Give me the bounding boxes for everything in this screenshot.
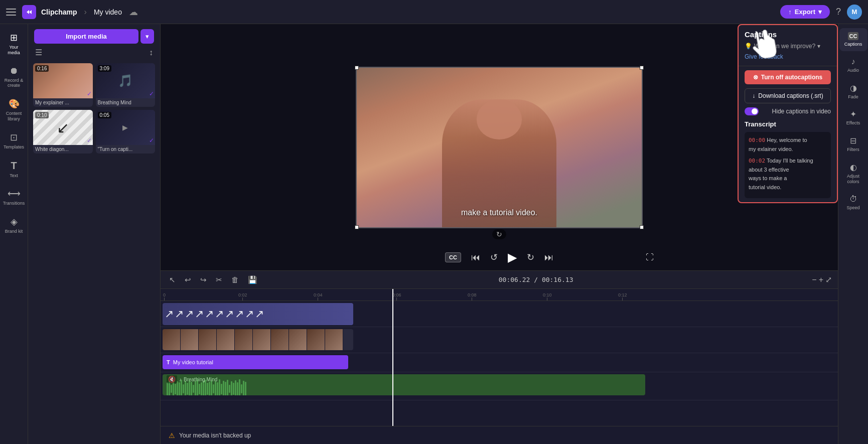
import-dropdown-button[interactable]: ▾ (140, 29, 154, 44)
filter-icon[interactable]: ☰ (35, 48, 42, 57)
redo-button[interactable]: ↪ (198, 274, 209, 286)
media-panel-header: Import media ▾ ☰ ↕ (28, 24, 160, 61)
cc-toggle-button[interactable]: CC (445, 252, 461, 262)
sort-icon[interactable]: ↕ (149, 48, 153, 57)
turn-off-autocaptions-button[interactable]: ⊗ Turn off autocaptions (745, 70, 831, 84)
captions-panel-header: Captions 💡 What can we improve? ▾ Give f… (739, 25, 837, 66)
resize-handle-br[interactable] (640, 225, 644, 229)
select-tool[interactable]: ↖ (167, 274, 178, 286)
mute-button[interactable]: 🔇 (167, 375, 177, 383)
video-frames (163, 329, 343, 350)
wb-38 (241, 384, 242, 394)
right-sidebar-item-fade[interactable]: ◑ Fade (839, 79, 867, 104)
sidebar-item-transitions[interactable]: ⟷ Transitions (1, 184, 27, 210)
right-sidebar-item-speed[interactable]: ⏱ Speed (839, 191, 867, 215)
ruler-mark-0: 0 (163, 292, 166, 301)
download-icon: ↓ (752, 92, 755, 99)
toggle-knob (752, 108, 758, 114)
arrow-10: ↗ (255, 308, 264, 321)
help-icon[interactable]: ? (836, 7, 841, 17)
wb-13 (191, 382, 192, 395)
rotate-indicator[interactable]: ↻ (492, 229, 506, 239)
vf-7 (271, 329, 289, 350)
give-feedback-link[interactable]: Give feedback (745, 53, 783, 60)
resize-handle-bl[interactable] (355, 225, 359, 229)
sidebar-item-brandkit[interactable]: ◈ Brand kit (1, 212, 27, 238)
feedback-improve-text: What can we improve? (754, 43, 815, 50)
captions-sidebar-icon: CC (848, 32, 859, 40)
sidebar-item-record[interactable]: ⏺ Record &create (1, 62, 27, 93)
media-thumb-breathing[interactable]: 3:09 ✓ 🎵 Breathing Mind (96, 63, 156, 107)
ruler-mark-8: 0:08 (468, 292, 477, 301)
export-chevron: ▾ (818, 8, 822, 16)
hamburger-menu[interactable] (6, 7, 17, 18)
zoom-out-button[interactable]: − (812, 275, 816, 284)
backup-warning: ⚠ Your media isn't backed up (169, 431, 251, 439)
cut-button[interactable]: ✂ (213, 274, 225, 286)
cloud-icon: ☁ (129, 7, 138, 18)
download-captions-button[interactable]: ↓ Download captions (.srt) (745, 88, 831, 103)
sidebar-item-content[interactable]: 🎨 Contentlibrary (1, 94, 27, 126)
warning-icon: ⚠ (169, 431, 175, 439)
arrow-5: ↗ (205, 308, 214, 321)
audio-sidebar-icon: ♪ (851, 57, 855, 66)
media-thumb-diagonal[interactable]: 0:10 ✓ ↙ White diagon... (33, 110, 93, 154)
resize-handle-tl[interactable] (355, 66, 359, 70)
wb-9 (183, 384, 184, 394)
play-pause-button[interactable]: ▶ (508, 250, 517, 264)
sidebar-item-text[interactable]: T Text (1, 156, 27, 183)
video-title[interactable]: My video (94, 8, 122, 16)
right-sidebar-item-audio[interactable]: ♪ Audio (839, 53, 867, 77)
zoom-in-button[interactable]: + (819, 275, 823, 284)
right-sidebar-item-adjust[interactable]: ◐ Adjustcolors (839, 159, 867, 189)
zoom-fit-button[interactable]: ⤢ (825, 275, 832, 284)
save-button[interactable]: 💾 (245, 274, 260, 286)
media-panel: Import media ▾ ☰ ↕ 0:16 ✓ My explainer .… (28, 24, 161, 444)
arrows-track-bar[interactable]: ↗ ↗ ↗ ↗ ↗ ↗ ↗ ↗ ↗ ↗ (163, 303, 353, 325)
right-sidebar-item-filters[interactable]: ⊟ Filters (839, 132, 867, 157)
rewind-5s-button[interactable]: ↺ (490, 252, 498, 263)
audio-track-label: 🔇 ♪ Breathing Mind (167, 375, 217, 383)
thumb-breathing-duration: 3:09 (98, 65, 111, 72)
thumb-explainer-img: 0:16 ✓ (33, 63, 93, 98)
resize-handle-tr[interactable] (640, 66, 644, 70)
video-caption-text: make a tutorial video. (461, 208, 537, 217)
hide-captions-toggle[interactable] (745, 107, 759, 115)
vf-2 (181, 329, 199, 350)
transcript-time-2: 00:02 (749, 158, 765, 164)
wb-40 (245, 382, 246, 395)
thumb-turnon-img: 0:05 ✓ ▶ (96, 110, 156, 145)
topbar-left: Clipchamp › My video ☁ (6, 5, 138, 19)
undo-button[interactable]: ↩ (182, 274, 194, 286)
import-media-button[interactable]: Import media (34, 29, 138, 44)
fullscreen-button[interactable]: ⛶ (646, 253, 654, 262)
title-track-bar[interactable]: T My video tutorial (163, 355, 348, 369)
export-button[interactable]: ↑ Export ▾ (780, 5, 830, 19)
skip-back-button[interactable]: ⏮ (471, 252, 480, 263)
feedback-improve[interactable]: 💡 What can we improve? ▾ (745, 43, 820, 50)
wb-6 (177, 381, 178, 395)
arrow-7: ↗ (225, 308, 234, 321)
right-sidebar-item-captions[interactable]: CC Captions (839, 28, 867, 51)
forward-5s-button[interactable]: ↻ (527, 252, 534, 263)
wb-27 (219, 379, 220, 395)
sidebar-item-templates[interactable]: ⊡ Templates (1, 128, 27, 154)
timecode-current: 00:06.22 (499, 276, 530, 283)
breathing-icon: 🎵 (118, 74, 133, 88)
skip-forward-button[interactable]: ⏭ (544, 252, 553, 263)
sidebar-item-media[interactable]: ⊞ Your media (1, 28, 27, 60)
video-strip-bar[interactable] (163, 329, 353, 350)
turn-off-label: Turn off autocaptions (761, 74, 822, 81)
vf-5 (235, 329, 253, 350)
wb-14 (193, 385, 194, 393)
avatar[interactable]: M (847, 5, 862, 20)
topbar-right: ↑ Export ▾ ? M (780, 5, 862, 20)
media-thumb-turnon[interactable]: 0:05 ✓ ▶ "Turn on capti... (96, 110, 156, 154)
templates-icon: ⊡ (10, 132, 18, 143)
media-thumb-explainer[interactable]: 0:16 ✓ My explainer ... (33, 63, 93, 107)
audio-track-bar[interactable]: 🔇 ♪ Breathing Mind (163, 374, 645, 395)
timeline-content: 0 0:02 0:04 0:06 (161, 289, 838, 426)
speed-sidebar-label: Speed (846, 205, 859, 211)
delete-button[interactable]: 🗑 (229, 274, 241, 285)
right-sidebar-item-effects[interactable]: ✦ Effects (839, 105, 867, 130)
